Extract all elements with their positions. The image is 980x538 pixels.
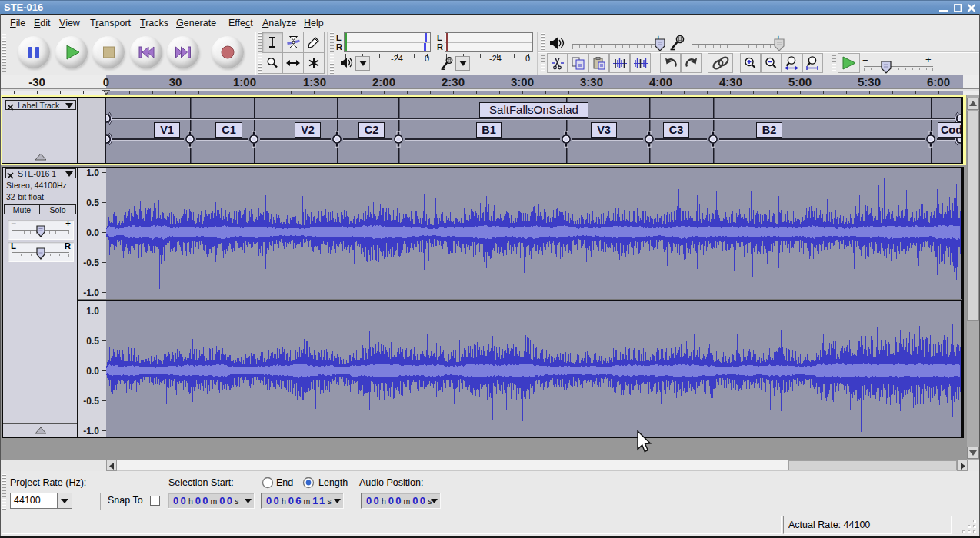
svg-text:3:30: 3:30 <box>580 75 603 88</box>
svg-text:6:00: 6:00 <box>927 75 950 88</box>
svg-text:30: 30 <box>169 75 182 88</box>
svg-text:2:30: 2:30 <box>442 75 465 88</box>
svg-text:4:30: 4:30 <box>719 75 742 88</box>
svg-text:-30: -30 <box>28 75 45 88</box>
svg-text:4:00: 4:00 <box>649 75 672 88</box>
svg-text:1:30: 1:30 <box>303 75 326 88</box>
svg-text:0: 0 <box>103 75 109 88</box>
svg-text:1:00: 1:00 <box>233 75 256 88</box>
svg-text:5:00: 5:00 <box>788 75 812 88</box>
svg-text:5:30: 5:30 <box>858 75 881 88</box>
svg-text:3:00: 3:00 <box>511 75 534 88</box>
svg-text:2:00: 2:00 <box>372 75 395 88</box>
